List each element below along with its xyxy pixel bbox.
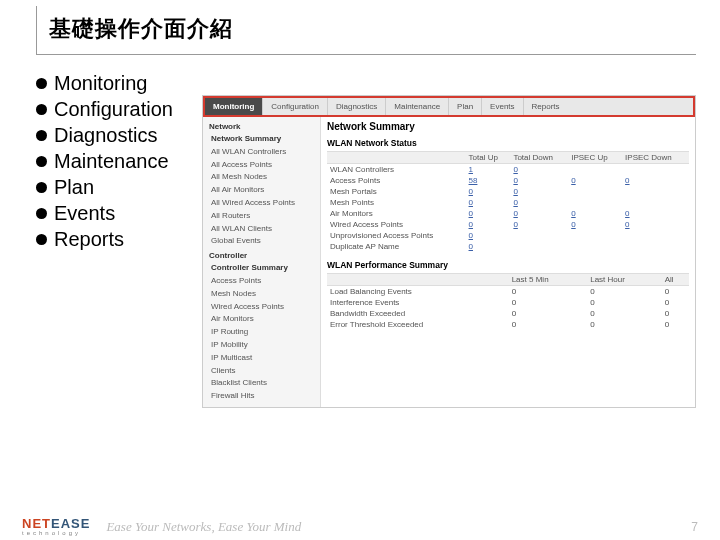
cell: 0 (466, 186, 511, 197)
value-link[interactable]: 0 (513, 165, 517, 174)
col-blank (327, 274, 509, 286)
sidebar-item[interactable]: Wired Access Points (203, 301, 320, 314)
cell (622, 241, 689, 252)
tab-events[interactable]: Events (482, 98, 523, 115)
cell: 0 (509, 308, 588, 319)
sidebar-item[interactable]: IP Routing (203, 326, 320, 339)
bullet-icon (36, 104, 47, 115)
tab-monitoring[interactable]: Monitoring (205, 98, 263, 115)
sidebar-item[interactable]: All WLAN Clients (203, 223, 320, 236)
cell (568, 186, 622, 197)
value-link[interactable]: 0 (513, 187, 517, 196)
cell (622, 197, 689, 208)
row-label: Access Points (327, 175, 466, 186)
sidebar-item[interactable]: Global Events (203, 235, 320, 248)
table-row: Mesh Points00 (327, 197, 689, 208)
sidebar-item[interactable]: All WLAN Controllers (203, 146, 320, 159)
sidebar-item[interactable]: Network Summary (203, 133, 320, 146)
bullet-icon (36, 156, 47, 167)
sidebar-item[interactable]: Clients (203, 365, 320, 378)
value-link[interactable]: 0 (571, 176, 575, 185)
value-link[interactable]: 0 (469, 209, 473, 218)
cell: 0 (510, 219, 568, 230)
bullet-text: Maintenance (54, 150, 169, 173)
table-row: Mesh Portals00 (327, 186, 689, 197)
value-link[interactable]: 0 (571, 220, 575, 229)
sidebar-item[interactable]: Blacklist Clients (203, 377, 320, 390)
value-link[interactable]: 0 (571, 209, 575, 218)
cell: 0 (510, 175, 568, 186)
row-label: Bandwidth Exceeded (327, 308, 509, 319)
value-link[interactable]: 0 (513, 176, 517, 185)
value-link[interactable]: 0 (625, 209, 629, 218)
sidebar-item[interactable]: IP Mobility (203, 339, 320, 352)
cell: 0 (587, 319, 661, 330)
value-link[interactable]: 0 (625, 220, 629, 229)
table-row: Duplicate AP Name0 (327, 241, 689, 252)
tab-maintenance[interactable]: Maintenance (386, 98, 449, 115)
cell (510, 241, 568, 252)
bullet-icon (36, 78, 47, 89)
cell (510, 230, 568, 241)
value-link[interactable]: 0 (625, 176, 629, 185)
list-item: Plan (36, 176, 216, 199)
table-row: Access Points58000 (327, 175, 689, 186)
logo-subtext: technology (22, 530, 90, 536)
sidebar-item[interactable]: All Mesh Nodes (203, 171, 320, 184)
value-link[interactable]: 0 (469, 220, 473, 229)
logo-text: NETEASE (22, 517, 90, 530)
cell: 0 (622, 175, 689, 186)
row-label: WLAN Controllers (327, 164, 466, 176)
value-link[interactable]: 1 (469, 165, 473, 174)
value-link[interactable]: 0 (469, 187, 473, 196)
sidebar-item[interactable]: Access Points (203, 275, 320, 288)
cell (622, 230, 689, 241)
row-label: Mesh Points (327, 197, 466, 208)
sidebar-section-network: Network (203, 119, 320, 133)
bullet-icon (36, 182, 47, 193)
tab-bar: Monitoring Configuration Diagnostics Mai… (205, 98, 693, 115)
cell: 58 (466, 175, 511, 186)
value-link[interactable]: 0 (513, 209, 517, 218)
col-total-down: Total Down (510, 152, 568, 164)
value-link[interactable]: 0 (469, 198, 473, 207)
app-screenshot: Monitoring Configuration Diagnostics Mai… (202, 95, 696, 408)
tab-reports[interactable]: Reports (524, 98, 568, 115)
main-panel: Network Summary WLAN Network Status Tota… (321, 117, 695, 407)
value-link[interactable]: 0 (513, 220, 517, 229)
tab-configuration[interactable]: Configuration (263, 98, 328, 115)
tab-plan[interactable]: Plan (449, 98, 482, 115)
value-link[interactable]: 0 (513, 198, 517, 207)
bullet-icon (36, 234, 47, 245)
sidebar-item[interactable]: All Access Points (203, 159, 320, 172)
col-ipsec-down: IPSEC Down (622, 152, 689, 164)
row-label: Load Balancing Events (327, 286, 509, 298)
cell (568, 197, 622, 208)
sidebar-item[interactable]: All Wired Access Points (203, 197, 320, 210)
sidebar-item[interactable]: Firewall Hits (203, 390, 320, 403)
cell: 0 (510, 197, 568, 208)
table-row: Wired Access Points0000 (327, 219, 689, 230)
cell: 0 (466, 230, 511, 241)
bullet-text: Plan (54, 176, 94, 199)
cell: 0 (568, 175, 622, 186)
table-row: WLAN Controllers10 (327, 164, 689, 176)
sidebar-item[interactable]: IP Multicast (203, 352, 320, 365)
sidebar-item[interactable]: Mesh Nodes (203, 288, 320, 301)
sidebar-item[interactable]: All Routers (203, 210, 320, 223)
sidebar-item[interactable]: All Air Monitors (203, 184, 320, 197)
value-link[interactable]: 0 (469, 231, 473, 240)
cell: 1 (466, 164, 511, 176)
row-label: Interference Events (327, 297, 509, 308)
value-link[interactable]: 0 (469, 242, 473, 251)
col-last5: Last 5 Min (509, 274, 588, 286)
sidebar-item[interactable]: Controller Summary (203, 262, 320, 275)
table-row: Interference Events000 (327, 297, 689, 308)
sidebar-item[interactable]: Air Monitors (203, 313, 320, 326)
logo: NETEASE technology (22, 517, 90, 536)
cell (568, 241, 622, 252)
tab-diagnostics[interactable]: Diagnostics (328, 98, 386, 115)
list-item: Configuration (36, 98, 216, 121)
value-link[interactable]: 58 (469, 176, 478, 185)
col-ipsec-up: IPSEC Up (568, 152, 622, 164)
